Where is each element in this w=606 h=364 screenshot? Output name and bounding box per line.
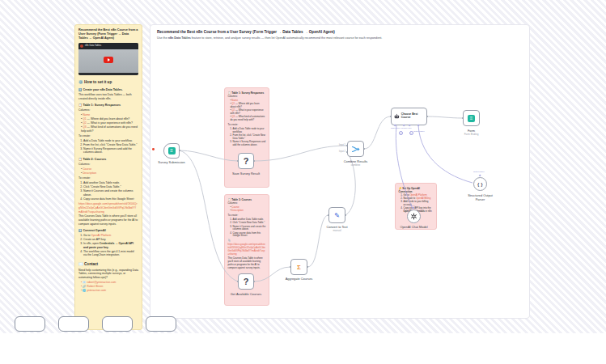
play-icon [108, 58, 110, 61]
input1-label: Input 1 [339, 144, 345, 146]
table2-steps: Add another Data Table node. Click "Crea… [78, 181, 138, 201]
canvas-control-button-4[interactable] [146, 316, 176, 332]
sticky-heading: 📋 Table 3: Courses [228, 198, 266, 201]
aggregate-icon: Σ [297, 264, 301, 271]
step-item: Create an API key. [83, 238, 138, 242]
workflow-title: Recommend the Best n8n Course from a Use… [157, 30, 523, 34]
node-save-survey-result[interactable]: ? [238, 153, 254, 169]
input2-label: Input 2 [339, 150, 345, 153]
columns-label: Columns: [78, 108, 138, 112]
table2-columns: Course Description [78, 167, 138, 176]
node-label: Parser [476, 197, 485, 201]
video-footer [78, 73, 138, 75]
node-survey-submission[interactable]: ≡ [163, 143, 180, 159]
node-get-available-courses[interactable]: ? [238, 273, 254, 290]
canvas-control-button-3[interactable] [102, 316, 133, 332]
node-label: Get Available Courses [231, 292, 261, 296]
google-sheet-link[interactable]: https://docs.google.com/spreadsheets/d/1… [78, 202, 138, 214]
create-label: To create: [78, 176, 138, 180]
workflow-canvas[interactable]: Recommend the Best n8n Course from a Use… [0, 0, 606, 333]
sticky-columns: Course Description [228, 206, 266, 213]
node-label: OpenAI Chat Model [400, 225, 427, 229]
sticky-steps: Add another Data Table node. Click "Crea… [228, 218, 266, 238]
node-choose-best-course[interactable]: Choose Best Course [391, 108, 427, 125]
column-item: Name [81, 113, 138, 117]
table1-heading: 📋 Table 1: Survey Responses [78, 104, 138, 108]
column-item: Q3 — What kind of automations do you nee… [81, 125, 138, 133]
setup-sticky-note[interactable]: Recommend the Best n8n Course from a Use… [74, 24, 142, 330]
column-item: Q3 — What kind of automations do you nee… [231, 116, 266, 122]
contact-email-link[interactable]: 📧 robert@ynteractive.com [81, 281, 138, 285]
node-combine-results[interactable] [347, 141, 364, 157]
port-label-output-parser: Output Parser [413, 130, 425, 132]
node-sublabel: combine [351, 163, 361, 167]
sticky-heading: 🔑 Set Up OpenAI Connection [399, 187, 434, 193]
pencil-icon: ✎ [334, 212, 340, 219]
step-item: Click "Create New Data Table." [83, 185, 138, 189]
node-form[interactable]: ≡ [463, 110, 480, 126]
step-item: Go to OpenAI Platform [83, 234, 138, 238]
port-label-output-parser: Output Parser [473, 171, 485, 172]
setup-heading: ⚙️ How to set it up [78, 80, 138, 85]
step1-heading: 1️⃣ Create your n8n Data Tables. [78, 88, 138, 92]
node-convert-to-text[interactable]: ✎ [328, 207, 345, 223]
step-item: The workflow uses the gpt-4.1-mini model… [83, 250, 138, 257]
sticky-title: Recommend the Best n8n Course from a Use… [78, 28, 138, 40]
error-indicator [152, 148, 155, 150]
contact-website-link[interactable]: 🌐 ynteractive.com [81, 289, 138, 293]
video-header: n8n Data Tables [78, 43, 138, 49]
connect-heading: 3️⃣ Connect OpenAI [78, 229, 138, 233]
column-item: Description [231, 210, 266, 213]
table1-columns: Name Q1 — Where did you learn about n8n?… [78, 113, 138, 133]
video-title: n8n Data Tables [85, 44, 101, 48]
create-label: To create: [78, 134, 138, 138]
openai-icon [410, 213, 417, 220]
step-item: Copy course data from this Google Sheet: [83, 197, 138, 201]
add-tool-button[interactable]: + [409, 131, 413, 135]
form-icon: ≡ [468, 115, 475, 122]
robot-icon [394, 113, 400, 120]
question-mark-icon: ? [244, 156, 249, 166]
step-item: From the list, click "Create New Data Ta… [83, 143, 138, 147]
column-item: Description [81, 171, 138, 176]
port-label-model: Model* [409, 205, 415, 206]
table1-steps: Add a Data Table node to your workflow. … [78, 139, 138, 154]
node-sublabel: manual [333, 229, 341, 232]
node-label: Survey Submission [158, 160, 184, 164]
step-item: In n8n, open Credentials → OpenAI API an… [83, 242, 138, 249]
node-aggregate-courses[interactable]: Σ [290, 259, 307, 275]
port-label-chat-model: Chat Model* [391, 127, 400, 129]
workflow-subtitle: Use the n8n Data Tables feature to store… [157, 36, 523, 40]
table2-heading: 📋 Table 2: Courses [78, 158, 138, 162]
question-mark-icon: ? [244, 277, 249, 286]
canvas-control-button-2[interactable] [58, 316, 89, 332]
node-label: Aggregate Courses [286, 277, 313, 281]
output-parser-icon: { } [477, 182, 482, 187]
sticky-note-text: This Courses Data Table is where you'll … [228, 257, 266, 269]
youtube-embed[interactable]: n8n Data Tables [78, 43, 138, 75]
node-sublabel: Form Ending [464, 133, 479, 136]
step-item: Name it Survey Responses and add the col… [83, 147, 138, 154]
column-item: Course [81, 167, 138, 171]
node-openai-chat-model[interactable] [407, 210, 421, 223]
youtube-play-button[interactable] [104, 57, 113, 63]
contact-heading: ✉️ Contact [78, 262, 138, 267]
node-structured-output-parser[interactable]: { } [473, 177, 487, 191]
connect-steps: Go to OpenAI Platform Create an API key.… [78, 234, 138, 257]
port-label-tool: Tool [409, 127, 412, 129]
step1-body: This workflow uses two Data Tables — bot… [78, 93, 138, 100]
merge-icon [351, 145, 360, 154]
node-label: Save Survey Result [232, 171, 260, 176]
sticky-columns: Name Q1 — Where did you learn about n8n?… [228, 99, 266, 122]
column-item: Q2 — What is your experience with n8n? [81, 121, 138, 125]
step-item: Add a Data Table node to your workflow. [83, 139, 138, 143]
contact-linkedin-link[interactable]: 🔗 Robert Breen [81, 285, 138, 289]
step-item: Add another Data Table node. [83, 181, 138, 185]
table2-note: This Courses Data Table is where you'll … [78, 214, 138, 226]
columns-label: Columns: [78, 163, 138, 167]
add-memory-button[interactable]: + [399, 131, 403, 135]
node-label: Choose Best Course [401, 113, 424, 120]
step-item: Copy course data from this Google Sheet: [233, 232, 266, 239]
canvas-control-button-1[interactable] [15, 316, 45, 332]
google-sheet-link[interactable]: https://docs.google.com/spreadsheets/d/1… [228, 243, 266, 256]
